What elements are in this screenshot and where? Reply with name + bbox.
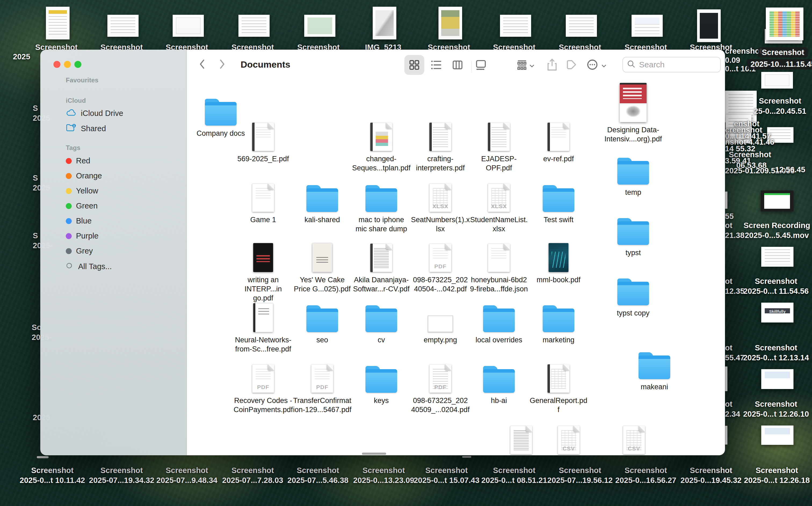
- sidebar-item-icloud-drive[interactable]: iCloud Drive: [66, 108, 123, 118]
- desktop-label[interactable]: Screenshot2025-0...t 11.54.56: [743, 276, 809, 296]
- desktop-icon-screenshot[interactable]: Skillfully: [761, 303, 794, 323]
- desktop-icon-screen-recording[interactable]: [761, 190, 794, 212]
- file-makeani[interactable]: makeani: [625, 345, 684, 392]
- desktop-label[interactable]: Screenshot2025-07...5.46.38: [287, 466, 348, 485]
- desktop-label[interactable]: Screenshot2025-0...t 10.11.42: [20, 466, 85, 485]
- desktop-label[interactable]: Screenshot2025-0...19.45.32: [680, 466, 741, 485]
- desktop-icon-screenshot[interactable]: [500, 15, 531, 37]
- sidebar-tag-grey[interactable]: Grey: [66, 247, 93, 255]
- desktop-icon-img-5213[interactable]: [373, 7, 396, 39]
- file-typst[interactable]: typst: [604, 210, 663, 257]
- desktop-label[interactable]: Screenshot2025-0...t 15.07.43: [414, 466, 479, 485]
- desktop-icon-screenshot[interactable]: [439, 7, 462, 39]
- list-view-button[interactable]: [430, 59, 442, 72]
- file-098-673225-0509[interactable]: PDF098-673225_20240509_...0204.pdf: [411, 358, 470, 414]
- gallery-view-button[interactable]: [475, 59, 487, 72]
- file-crafting-interpreters[interactable]: crafting-interpreters.pdf: [411, 117, 470, 172]
- file-marketing[interactable]: marketing: [529, 298, 588, 344]
- close-button[interactable]: [54, 61, 60, 68]
- search-field[interactable]: [622, 57, 721, 72]
- file-cv[interactable]: cv: [352, 298, 411, 344]
- file-ejadesp-opf[interactable]: EJADESP-OPF.pdf: [469, 117, 528, 172]
- desktop-icon-screenshot[interactable]: [107, 15, 139, 37]
- desktop-label[interactable]: 25-0...20.45.51: [754, 106, 806, 116]
- sidebar-tag-orange[interactable]: Orange: [66, 171, 102, 180]
- file-writing-interpreter[interactable]: writing anINTERP...in go.pdf: [234, 238, 293, 303]
- selected-desktop-label[interactable]: Screenshot: [758, 47, 808, 58]
- desktop-icon-screenshot-selected[interactable]: [766, 7, 803, 40]
- sidebar-item-shared[interactable]: Shared: [66, 123, 106, 134]
- chevron-down-icon[interactable]: [600, 63, 607, 71]
- desktop-label[interactable]: Screenshot2025-0...t 12.13.14: [743, 343, 809, 363]
- desktop-label[interactable]: Screenshot2025-07...19.34.32: [89, 466, 154, 485]
- file-mac-to-iphone[interactable]: mac to iphonemic share dump: [352, 178, 411, 233]
- file-mml-book[interactable]: mml-book.pdf: [529, 238, 588, 284]
- desktop-label[interactable]: Screenshot2025-07...7.28.03: [222, 466, 283, 485]
- back-button[interactable]: [198, 57, 207, 72]
- selected-desktop-label[interactable]: 2025-10...11.15.45: [747, 59, 812, 70]
- sidebar-tag-yellow[interactable]: Yellow: [66, 186, 98, 195]
- sidebar-tag-green[interactable]: Green: [66, 201, 98, 210]
- file-game-1[interactable]: Game 1: [234, 178, 293, 224]
- search-input[interactable]: [639, 60, 717, 70]
- share-button[interactable]: [545, 58, 559, 73]
- desktop-icon-screenshot[interactable]: [304, 15, 336, 37]
- desktop-label[interactable]: Screenshot2025-0...t 12.26.10: [743, 399, 809, 419]
- file-hb-ai[interactable]: hb-ai: [469, 358, 528, 405]
- file-seo[interactable]: seo: [293, 298, 352, 344]
- column-view-button[interactable]: [451, 59, 464, 72]
- desktop-icon-screenshot[interactable]: [566, 15, 597, 37]
- group-by-button[interactable]: [516, 59, 528, 72]
- file-typst-copy[interactable]: typst copy: [604, 271, 663, 318]
- file-yes-we-cake[interactable]: Yes' We CakePrice G...025).pdf: [293, 238, 352, 293]
- forward-button[interactable]: [217, 57, 227, 72]
- desktop-icon-screenshot[interactable]: [761, 369, 794, 389]
- tag-button[interactable]: [565, 58, 578, 72]
- desktop-icon-screenshot[interactable]: [632, 15, 663, 37]
- zoom-button[interactable]: [74, 61, 81, 68]
- desktop-label[interactable]: Screenshot2025-0...t 08.51.21: [481, 466, 547, 485]
- file-local-overrides[interactable]: local overrides: [469, 298, 528, 344]
- file-transfer-confirmation[interactable]: PDFTransferConfirmation-129...5467.pdf: [293, 358, 352, 414]
- desktop-icon-screenshot[interactable]: [761, 247, 794, 267]
- desktop-label[interactable]: Screenshot2025-07...9.48.34: [156, 466, 217, 485]
- file-csv[interactable]: CSV: [539, 420, 598, 455]
- sidebar-tag-blue[interactable]: Blue: [66, 217, 91, 225]
- file-general-report[interactable]: GeneralReport.pdf: [529, 358, 588, 414]
- file-recovery-codes[interactable]: PDFRecovery Codes -CoinPayments.pdf: [234, 358, 293, 414]
- file-ev-ref[interactable]: ev-ref.pdf: [529, 117, 588, 163]
- file-kali-shared[interactable]: kali-shared: [293, 178, 352, 224]
- desktop-label[interactable]: Screenshot: [759, 96, 801, 106]
- sidebar-tag-purple[interactable]: Purple: [66, 232, 98, 240]
- file-seatnumbers-xlsx[interactable]: XLSXSeatNumbers(1).xlsx: [411, 178, 470, 233]
- minimize-button[interactable]: [64, 61, 71, 68]
- file-csv[interactable]: CSV: [604, 420, 664, 455]
- desktop-icon-screenshot[interactable]: [761, 72, 793, 89]
- file-changed-seatplan[interactable]: changed-Seques...tplan.pdf: [352, 117, 411, 172]
- sidebar-tag-red[interactable]: Red: [66, 156, 90, 165]
- desktop-label[interactable]: Screenshot2025-0...13.23.09: [353, 466, 414, 485]
- file-honeybunai-json[interactable]: honeybunai-6bd29-fireba...ffde.json: [469, 238, 528, 293]
- desktop-icon-screenshot[interactable]: [173, 15, 204, 37]
- file-test-swift[interactable]: Test swift: [529, 178, 588, 224]
- file-569-2025-e[interactable]: 569-2025_E.pdf: [234, 117, 293, 163]
- file-studentnamelist-xlsx[interactable]: XLSXStudentNameList.xlsx: [469, 178, 528, 233]
- chevron-down-icon[interactable]: [528, 63, 535, 71]
- desktop-label[interactable]: Screen Recording2025-0...5.45.mov: [744, 221, 810, 240]
- desktop-icon-screenshot[interactable]: [761, 425, 794, 445]
- file-temp[interactable]: temp: [604, 150, 663, 197]
- file-neural-networks[interactable]: Neural-Networks-from-Sc...free.pdf: [234, 298, 293, 354]
- more-options-button[interactable]: [586, 58, 599, 72]
- desktop-icon-screenshot[interactable]: [697, 9, 721, 42]
- desktop-label[interactable]: Screenshot2025-07...19.56.12: [547, 466, 612, 485]
- desktop-label[interactable]: Screenshot2025-0...16.56.27: [615, 466, 676, 485]
- file-098-673225-0504[interactable]: PDF098-673225_20240504-...042.pdf: [411, 238, 470, 293]
- desktop-icon-screenshot[interactable]: [238, 15, 270, 37]
- file-designing-data-intensive[interactable]: Designing Data-Intensiv....org).pdf: [604, 79, 663, 144]
- icon-view-button[interactable]: [408, 59, 421, 72]
- horizontal-scrollbar[interactable]: [362, 452, 386, 455]
- file-keys[interactable]: keys: [352, 358, 411, 405]
- file-akila-cv[interactable]: Akila Dananjaya-Softwar...r-CV.pdf: [352, 238, 411, 293]
- file-empty-png[interactable]: empty.png: [411, 298, 470, 344]
- desktop-label[interactable]: Screenshot2025-0...t 12.26.18: [744, 466, 810, 485]
